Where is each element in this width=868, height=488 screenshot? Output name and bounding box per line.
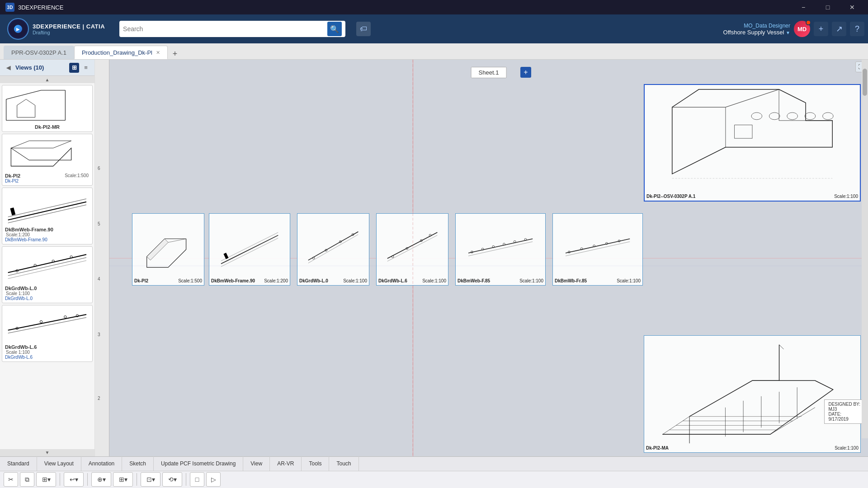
btab-update-pcf[interactable]: Update PCF Isometric Drawing <box>154 456 243 471</box>
view-item-grd-l6[interactable]: DkGrdWb-L.6 Scale 1:100 DkGrdWb-L.6 <box>2 305 93 362</box>
tab-add-button[interactable]: + <box>170 48 180 59</box>
view-scale-bottom-iso: Scale:1:100 <box>835 446 859 450</box>
measure-tool[interactable]: ⟲▾ <box>162 472 182 487</box>
stamp-designed-by-label: DESIGNED BY: <box>828 402 860 407</box>
btab-standard[interactable]: Standard <box>0 456 37 471</box>
btab-sketch[interactable]: Sketch <box>122 456 154 471</box>
tabbar: PPR-OSV-0302P A.1 Production_Drawing_Dk-… <box>0 43 868 60</box>
sheet-label[interactable]: Sheet.1 <box>471 67 507 78</box>
view-item-grd-l0[interactable]: DkGrdWb-L.0 Scale 1:100 DkGrdWb-L.0 <box>2 246 93 303</box>
view-thumb-frame90 <box>4 190 90 226</box>
compass-button[interactable]: ▶ <box>7 18 29 40</box>
user-avatar[interactable]: MD <box>794 21 810 37</box>
view-scale-grd-l0: Scale 1:100 <box>5 291 31 296</box>
scroll-down-button[interactable]: ▼ <box>0 449 94 456</box>
titlebar-text: 3DEXPERIENCE <box>18 4 793 11</box>
ruler-vertical: 6 5 4 3 2 <box>95 60 109 456</box>
btab-annotation[interactable]: Annotation <box>81 456 122 471</box>
svg-line-12 <box>8 254 86 272</box>
view-title-main-iso: Dk-Pl2--OSV-0302P A.1 <box>646 194 695 199</box>
panel-toggle[interactable]: ◀ <box>4 63 13 72</box>
scroll-up-button[interactable]: ▲ <box>0 76 94 83</box>
grid-view-button[interactable]: ⊞ <box>69 63 79 73</box>
play-button[interactable]: ▷ <box>206 472 221 487</box>
snap-tool[interactable]: ⊡▾ <box>141 472 160 487</box>
undo-dropdown[interactable]: ↩▾ <box>64 472 84 487</box>
view-thumbnail-svg <box>5 87 90 123</box>
view-box-main-iso[interactable]: Dk-Pl2--OSV-0302P A.1 Scale:1:100 <box>644 84 861 202</box>
logo-area: ▶ 3DEXPERIENCE | CATIA Drafting <box>4 16 108 42</box>
svg-point-23 <box>64 316 66 318</box>
view-frame-tool[interactable]: □ <box>190 472 204 487</box>
svg-line-13 <box>8 258 86 276</box>
svg-line-20 <box>8 318 86 333</box>
help-button[interactable]: ? <box>850 22 864 36</box>
view-box-grd-l0[interactable]: DkGrdWb-L.0 Scale:1:100 <box>297 213 369 286</box>
btab-ar-vr[interactable]: AR-VR <box>270 456 302 471</box>
canvas-area[interactable]: 6 5 4 3 2 Sheet.1 + <box>95 60 868 456</box>
view-box-frame90[interactable]: DkBmWeb-Frame.90 Scale:1:200 <box>209 213 290 286</box>
panel-title: Views (10) <box>15 64 44 71</box>
add-toolbar-button[interactable]: + <box>814 22 828 36</box>
view-item-dk-pl2-mr[interactable]: Dk-Pl2-MR <box>2 85 93 132</box>
svg-marker-6 <box>11 148 71 166</box>
search-button[interactable]: 🔍 <box>327 22 342 36</box>
cut-button[interactable]: ✂ <box>4 472 18 487</box>
view-svg-grd-l0 <box>301 221 365 278</box>
bottom-toolbar: Standard View Layout Annotation Sketch U… <box>0 456 868 471</box>
btab-view[interactable]: View <box>243 456 270 471</box>
org-chevron: ▼ <box>786 30 790 35</box>
view-name-frame90: DkBmWeb-Frame.90 <box>5 227 53 232</box>
svg-point-22 <box>40 320 42 323</box>
view-thumb-grd-l0 <box>4 249 90 285</box>
view-name-label: Dk-Pl2-MR <box>4 124 90 130</box>
view-item-dk-pl2[interactable]: Dk-Pl2 Scale:1:500 Dk-Pl2 <box>2 134 93 186</box>
btab-tools[interactable]: Tools <box>302 456 329 471</box>
svg-line-37 <box>221 232 278 261</box>
tab-ppr[interactable]: PPR-OSV-0302P A.1 <box>4 46 74 59</box>
view-sub-grd-l6: DkGrdWb-L.6 <box>4 355 90 360</box>
view-box-dk-pl2-small[interactable]: Dk-Pl2 Scale:1:500 <box>132 213 204 286</box>
copy-button[interactable]: ⧉ <box>20 472 34 487</box>
select-tool[interactable]: ⊕▾ <box>91 472 111 487</box>
share-button[interactable]: ↗ <box>832 22 846 36</box>
paste-dropdown[interactable]: ⊞▾ <box>36 472 56 487</box>
view-box-grd-l6[interactable]: DkGrdWb-L.6 Scale:1:100 <box>376 213 448 286</box>
view-box-bmweb-fr85[interactable]: DkBmWb-Fr.85 Scale:1:100 <box>552 213 643 286</box>
list-view-button[interactable]: ≡ <box>81 63 91 73</box>
search-input[interactable] <box>123 25 325 33</box>
separator-4 <box>186 473 186 486</box>
main-content: ◀ Views (10) ⊞ ≡ ▲ <box>0 60 868 456</box>
titlebar: 3D 3DEXPERIENCE − □ ✕ <box>0 0 868 14</box>
view-sub-grd-l0: DkGrdWb-L.0 <box>4 296 90 301</box>
sheet-add-button[interactable]: + <box>520 67 531 78</box>
scrollbar-thumb[interactable] <box>863 69 867 96</box>
tag-button[interactable]: 🏷 <box>356 22 371 36</box>
view-box-bottom-iso[interactable]: Dk-Pl2-MA Scale:1:100 <box>644 335 861 453</box>
stamp-date: 9/17/2019 <box>828 417 860 422</box>
maximize-button[interactable]: □ <box>817 0 838 14</box>
btab-view-layout[interactable]: View Layout <box>37 456 81 471</box>
tab-close-icon[interactable]: ✕ <box>156 50 160 56</box>
view-name-grd-l6: DkGrdWb-L.6 <box>5 344 37 350</box>
action-bar: ✂ ⧉ ⊞▾ ↩▾ ⊕▾ ⊞▾ ⊡▾ ⟲▾ □ ▷ <box>0 471 868 488</box>
vertical-scrollbar[interactable] <box>862 60 868 438</box>
separator-2 <box>87 473 88 486</box>
app-icon: 3D <box>5 3 14 12</box>
close-button[interactable]: ✕ <box>842 0 863 14</box>
view-thumb-dk-pl2 <box>4 136 90 172</box>
view-title-grd-l6: DkGrdWb-L.6 <box>378 278 407 283</box>
view-item-frame90[interactable]: DkBmWeb-Frame.90 Scale:1:200 DkBmWeb-Fra… <box>2 188 93 244</box>
btab-touch[interactable]: Touch <box>329 456 359 471</box>
transform-tool[interactable]: ⊞▾ <box>113 472 133 487</box>
svg-point-27 <box>787 113 798 120</box>
separator-3 <box>137 473 137 486</box>
svg-line-2 <box>6 90 41 99</box>
minimize-button[interactable]: − <box>793 0 814 14</box>
svg-point-29 <box>823 113 834 120</box>
view-thumbnail-svg-4 <box>5 249 90 285</box>
bottom-iso-svg <box>644 336 860 452</box>
tab-production[interactable]: Production_Drawing_Dk-Pl ✕ <box>74 46 168 59</box>
view-box-bmweb-f85[interactable]: DkBmWeb-F.85 Scale:1:100 <box>455 213 546 286</box>
ruler-label-6: 6 <box>98 166 100 171</box>
